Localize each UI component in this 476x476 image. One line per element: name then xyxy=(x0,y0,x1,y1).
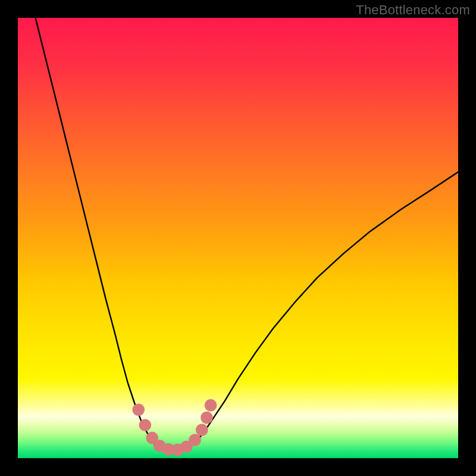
data-markers xyxy=(18,18,458,458)
data-marker xyxy=(132,403,145,416)
chart-frame: TheBottleneck.com xyxy=(0,0,476,476)
data-marker xyxy=(189,434,201,446)
data-marker xyxy=(196,424,208,436)
data-marker xyxy=(201,412,213,424)
watermark-text: TheBottleneck.com xyxy=(356,2,470,18)
plot-area xyxy=(18,18,458,458)
data-marker xyxy=(205,399,217,412)
data-marker xyxy=(139,419,152,431)
